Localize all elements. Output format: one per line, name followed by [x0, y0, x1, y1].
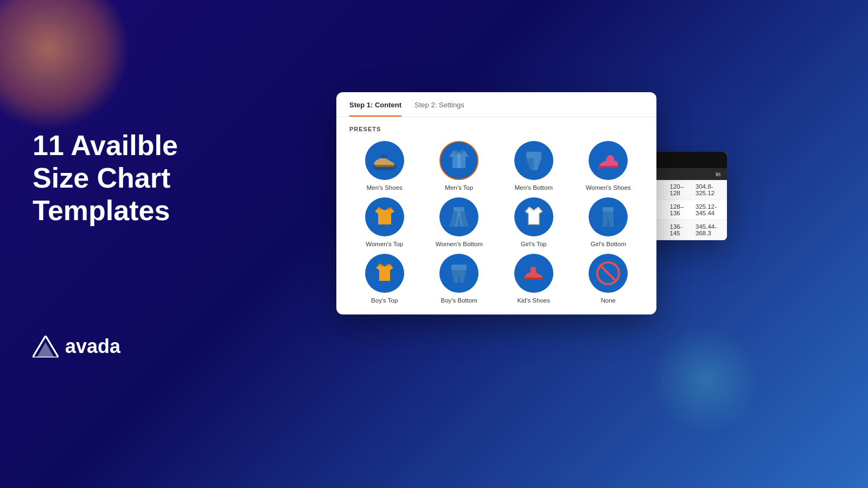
preset-item-womens-shoes[interactable]: Women's Shoes	[573, 141, 644, 191]
tabs-row: Step 1: Content Step 2: Settings	[336, 92, 656, 117]
main-title: 11 Availble Size Chart Templates	[33, 130, 178, 227]
preset-item-mens-top[interactable]: Men's Top	[424, 141, 495, 191]
preset-item-boys-bottom[interactable]: Boy's Bottom	[424, 254, 495, 304]
bg-blob-orange	[0, 0, 130, 130]
svg-rect-6	[457, 154, 461, 168]
preset-label-mens-top: Men's Top	[445, 184, 473, 191]
preset-circle-womens-shoes	[589, 141, 628, 180]
preset-item-womens-top[interactable]: Women's Top	[349, 197, 420, 247]
svg-rect-9	[454, 207, 464, 211]
preset-label-girls-top: Girl's Top	[521, 241, 546, 247]
preset-circle-boys-bottom	[439, 254, 478, 293]
preset-item-kids-shoes[interactable]: Kid's Shoes	[499, 254, 569, 304]
preset-label-girls-bottom: Girl's Bottom	[591, 241, 626, 247]
svg-rect-5	[375, 165, 394, 167]
preset-item-none[interactable]: None	[573, 254, 644, 304]
preset-label-boys-top: Boy's Top	[371, 297, 398, 304]
preset-label-mens-bottom: Men's Bottom	[515, 184, 553, 191]
preset-circle-mens-bottom	[514, 141, 553, 180]
preset-circle-none	[589, 254, 628, 293]
preset-circle-girls-top	[514, 197, 553, 236]
logo-area: avada	[33, 336, 178, 358]
svg-rect-12	[603, 207, 614, 211]
preset-label-none: None	[601, 297, 616, 304]
preset-item-girls-bottom[interactable]: Girl's Bottom	[573, 197, 644, 247]
preset-circle-mens-shoes	[365, 141, 404, 180]
preset-circle-mens-top	[439, 141, 478, 180]
tab-settings[interactable]: Step 2: Settings	[414, 101, 464, 117]
preset-item-mens-shoes[interactable]: Men's Shoes	[349, 141, 420, 191]
preset-circle-womens-bottom	[439, 197, 478, 236]
front-card: Step 1: Content Step 2: Settings PRESETS…	[336, 92, 656, 314]
preset-circle-girls-bottom	[589, 197, 628, 236]
avada-logo-icon	[33, 336, 59, 358]
preset-label-womens-bottom: Women's Bottom	[436, 241, 483, 247]
svg-line-16	[601, 266, 616, 281]
tab-content[interactable]: Step 1: Content	[349, 101, 401, 117]
svg-rect-14	[524, 278, 542, 280]
svg-rect-13	[451, 265, 467, 270]
preset-label-boys-bottom: Boy's Bottom	[441, 297, 477, 304]
svg-rect-7	[526, 152, 541, 158]
preset-item-girls-top[interactable]: Girl's Top	[499, 197, 569, 247]
preset-circle-womens-top	[365, 197, 404, 236]
left-section: 11 Availble Size Chart Templates avada	[33, 130, 178, 358]
preset-label-mens-shoes: Men's Shoes	[367, 184, 403, 191]
preset-label-womens-shoes: Women's Shoes	[586, 184, 631, 191]
preset-item-boys-top[interactable]: Boy's Top	[349, 254, 420, 304]
bg-blob-teal	[651, 325, 760, 434]
preset-circle-boys-top	[365, 254, 404, 293]
preset-label-kids-shoes: Kid's Shoes	[518, 297, 550, 304]
svg-point-8	[606, 155, 615, 166]
preset-label-womens-top: Women's Top	[366, 241, 403, 247]
preset-item-womens-bottom[interactable]: Women's Bottom	[424, 197, 495, 247]
presets-grid: Men's ShoesMen's TopMen's BottomWomen's …	[349, 141, 643, 304]
presets-label: PRESETS	[349, 126, 643, 132]
presets-section: PRESETS Men's ShoesMen's TopMen's Bottom…	[336, 117, 656, 314]
preset-circle-kids-shoes	[514, 254, 553, 293]
preset-item-mens-bottom[interactable]: Men's Bottom	[499, 141, 569, 191]
logo-text: avada	[65, 336, 120, 358]
